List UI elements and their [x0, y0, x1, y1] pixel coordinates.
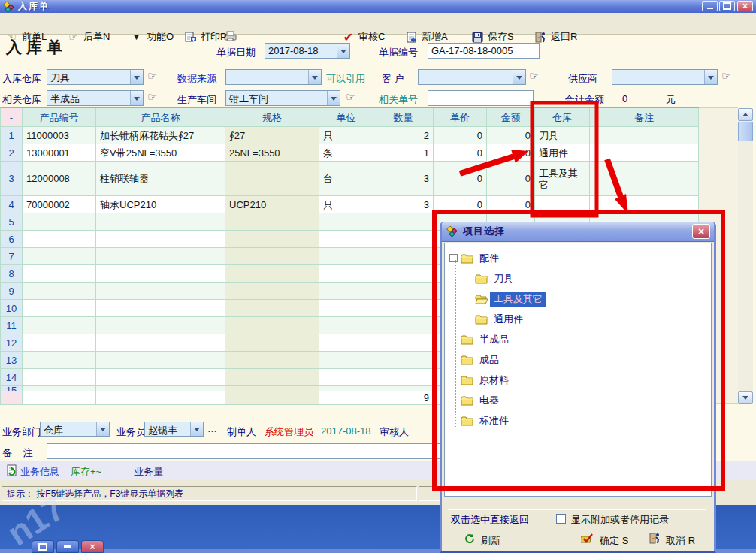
tree-item-label[interactable]: 成品 — [476, 352, 503, 367]
picker-finger-icon[interactable]: ☞ — [721, 69, 731, 83]
empty-cell[interactable] — [225, 265, 319, 283]
toolbar-button-4[interactable]: 打印P — [182, 29, 229, 45]
chevron-down-icon[interactable] — [130, 70, 143, 84]
empty-cell[interactable] — [319, 334, 373, 352]
cell-remark[interactable] — [590, 127, 699, 144]
empty-cell[interactable] — [96, 265, 225, 283]
tree-item-label[interactable]: 原材料 — [476, 373, 513, 388]
cell-amount[interactable]: 0 — [487, 196, 535, 213]
minimized-restore-button[interactable] — [32, 540, 54, 553]
cell-qty[interactable]: 3 — [373, 196, 434, 213]
tree-item[interactable]: 通用件 — [445, 309, 711, 329]
related-no-input[interactable] — [428, 90, 534, 106]
cell-spec[interactable]: UCP210 — [225, 196, 319, 213]
cell-code[interactable]: 70000002 — [23, 196, 96, 213]
picker-finger-icon[interactable]: ☞ — [147, 90, 157, 104]
chevron-down-icon[interactable] — [513, 70, 525, 84]
refresh-button[interactable]: 刷新 — [481, 534, 500, 548]
cell-price[interactable]: 0 — [434, 162, 487, 196]
empty-cell[interactable] — [373, 231, 434, 248]
empty-cell[interactable] — [319, 265, 373, 283]
scroll-down-icon[interactable] — [738, 391, 753, 404]
cell-remark[interactable] — [590, 162, 699, 196]
tree-item[interactable]: 半成品 — [445, 329, 711, 349]
tree-item[interactable]: 成品 — [445, 349, 711, 370]
chevron-down-icon[interactable] — [308, 70, 321, 84]
empty-cell[interactable] — [96, 369, 225, 386]
picker-finger-icon[interactable]: ☞ — [529, 69, 539, 83]
empty-cell[interactable] — [319, 213, 373, 231]
empty-cell[interactable] — [319, 300, 373, 317]
empty-cell[interactable] — [23, 248, 96, 265]
empty-cell[interactable] — [96, 283, 225, 300]
empty-cell[interactable] — [23, 317, 96, 334]
doc-date-combo[interactable]: 2017-08-18 — [265, 43, 350, 59]
empty-cell[interactable] — [373, 317, 434, 334]
empty-cell[interactable] — [225, 248, 319, 265]
cell-spec[interactable]: 25NL=3550 — [225, 144, 319, 162]
empty-cell[interactable] — [23, 300, 96, 317]
refresh-icon[interactable] — [463, 533, 476, 545]
cell-code[interactable]: 12000008 — [23, 162, 96, 196]
scrollbar-thumb[interactable] — [738, 122, 753, 141]
cell-remark[interactable] — [590, 144, 699, 162]
empty-cell[interactable] — [225, 352, 319, 369]
tree-item-label[interactable]: 电器 — [476, 393, 503, 408]
doc-no-input[interactable]: GA-17-08-18-0005 — [428, 43, 540, 59]
empty-cell[interactable] — [319, 317, 373, 334]
empty-cell[interactable] — [96, 213, 225, 231]
cell-qty[interactable]: 3 — [373, 162, 434, 196]
empty-cell[interactable] — [373, 300, 434, 317]
empty-cell[interactable] — [319, 248, 373, 265]
cell-price[interactable]: 0 — [434, 127, 487, 144]
empty-cell[interactable] — [23, 265, 96, 283]
tree-item-label[interactable]: 刀具 — [490, 271, 517, 286]
tree-item[interactable]: 电器 — [445, 390, 711, 410]
empty-cell[interactable] — [373, 352, 434, 369]
minimized-close-button[interactable]: × — [81, 540, 104, 553]
empty-cell[interactable] — [319, 283, 373, 300]
volume-link[interactable]: 业务量 — [134, 465, 163, 479]
vertical-scrollbar[interactable] — [738, 108, 753, 404]
cell-price[interactable]: 0 — [434, 144, 487, 162]
empty-cell[interactable] — [23, 231, 96, 248]
cell-remark[interactable] — [590, 196, 699, 213]
cell-unit[interactable]: 台 — [319, 162, 373, 196]
picker-finger-icon[interactable]: ☞ — [147, 69, 157, 83]
cell-amount[interactable]: 0 — [487, 127, 535, 144]
cell-name[interactable]: 柱销联轴器 — [96, 162, 225, 196]
minimized-maximize-button[interactable] — [56, 540, 79, 553]
related-warehouse-combo[interactable]: 半成品 — [47, 90, 144, 106]
empty-cell[interactable] — [373, 334, 434, 352]
tree-item[interactable]: 原材料 — [445, 370, 711, 390]
cell-unit[interactable]: 只 — [319, 196, 373, 213]
empty-cell[interactable] — [319, 231, 373, 248]
empty-cell[interactable] — [23, 334, 96, 352]
data-source-combo[interactable] — [225, 69, 322, 85]
chevron-down-icon[interactable] — [327, 91, 340, 105]
cell-warehouse[interactable]: 通用件 — [535, 144, 590, 162]
chevron-down-icon[interactable] — [190, 422, 203, 436]
stock-link[interactable]: 库存+~ — [71, 465, 101, 479]
show-disabled-checkbox[interactable] — [556, 514, 566, 524]
cell-unit[interactable]: 只 — [319, 127, 373, 144]
empty-cell[interactable] — [96, 300, 225, 317]
empty-cell[interactable] — [373, 283, 434, 300]
tree-item-label[interactable]: 标准件 — [476, 413, 513, 428]
empty-cell[interactable] — [319, 352, 373, 369]
cell-warehouse[interactable]: 工具及其它 — [535, 162, 590, 196]
tree-collapse-icon[interactable] — [449, 254, 458, 262]
empty-cell[interactable] — [96, 334, 225, 352]
empty-cell[interactable] — [23, 352, 96, 369]
cell-spec[interactable]: ∮27 — [225, 127, 319, 144]
dialog-close-icon[interactable]: × — [692, 224, 710, 239]
tree-item[interactable]: 配件 — [445, 248, 711, 268]
clerk-more-button[interactable]: … — [207, 423, 217, 434]
empty-cell[interactable] — [225, 317, 319, 334]
chevron-down-icon[interactable] — [704, 70, 717, 84]
empty-cell[interactable] — [23, 369, 96, 386]
maximize-button[interactable] — [719, 1, 735, 11]
tree-item-label[interactable]: 工具及其它 — [490, 292, 546, 307]
ok-check-icon[interactable] — [581, 532, 594, 544]
empty-cell[interactable] — [225, 231, 319, 248]
